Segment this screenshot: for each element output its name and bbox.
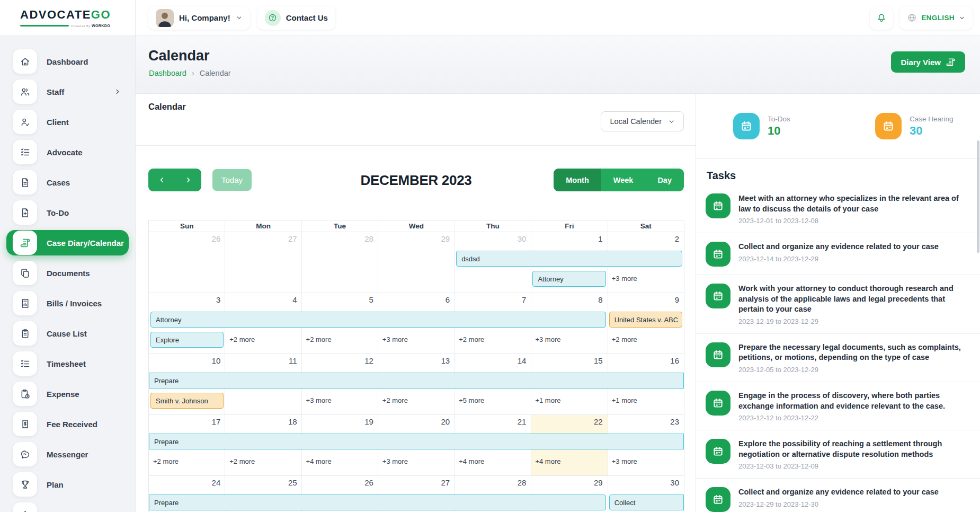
day-number: 27 bbox=[225, 234, 301, 243]
calendar-event[interactable]: Smith v. Johnson bbox=[150, 393, 224, 409]
sidebar-item-to-do[interactable]: To-Do bbox=[6, 200, 129, 225]
task-date-range: 2023-12-19 to 2023-12-29 bbox=[738, 317, 966, 325]
more-events-link[interactable]: +4 more bbox=[531, 454, 560, 470]
day-number: 8 bbox=[531, 295, 607, 304]
task-date-range: 2023-12-03 to 2023-12-09 bbox=[738, 462, 966, 470]
calendar-event[interactable]: Prepare bbox=[149, 373, 684, 389]
calendar-event[interactable]: dsdsd bbox=[456, 251, 682, 267]
more-events-link[interactable]: +3 more bbox=[302, 393, 332, 409]
sidebar-item-label: Dashboard bbox=[47, 57, 88, 66]
receipt-icon bbox=[13, 412, 37, 436]
more-events-link[interactable]: +2 more bbox=[378, 393, 408, 409]
task-item[interactable]: Engage in the process of discovery, wher… bbox=[696, 382, 980, 430]
view-month-button[interactable]: Month bbox=[554, 169, 601, 191]
right-panel: To-Dos 10 Case Hearing 30 Tasks Meet w bbox=[696, 94, 980, 512]
task-item[interactable]: Work with your attorney to conduct thoro… bbox=[696, 275, 980, 333]
sidebar-item-timesheet[interactable]: Timesheet bbox=[6, 351, 129, 376]
more-events-link[interactable]: +5 more bbox=[455, 393, 484, 409]
day-number: 30 bbox=[608, 478, 684, 487]
more-events-link[interactable]: +3 more bbox=[378, 332, 408, 348]
task-item[interactable]: Explore the possibility of reaching a se… bbox=[696, 430, 980, 478]
diary-view-button[interactable]: Diary View bbox=[891, 51, 965, 73]
sidebar-item-expense[interactable]: Expense bbox=[6, 381, 129, 407]
calendar-event[interactable]: Prepare bbox=[149, 434, 684, 449]
weekday-label: Sat bbox=[608, 220, 684, 232]
copy-icon bbox=[13, 261, 37, 285]
sidebar-item-documents[interactable]: Documents bbox=[6, 260, 129, 286]
calendar-icon bbox=[875, 113, 902, 139]
more-events-link[interactable]: +3 more bbox=[608, 454, 637, 470]
more-events-link[interactable]: +1 more bbox=[531, 393, 560, 409]
day-number: 3 bbox=[149, 295, 225, 304]
more-events-link[interactable]: +2 more bbox=[149, 454, 179, 470]
day-number: 15 bbox=[531, 356, 607, 365]
todos-summary[interactable]: To-Dos 10 bbox=[696, 94, 838, 158]
more-events-link[interactable]: +3 more bbox=[531, 332, 560, 348]
more-events-link[interactable]: +2 more bbox=[302, 332, 332, 348]
task-item[interactable]: Prepare the necessary legal documents, s… bbox=[696, 333, 980, 382]
brand-logo[interactable]: ADVOCATEGO Powered By WORKDO bbox=[0, 0, 136, 36]
calendar-source-select[interactable]: Local Calender bbox=[601, 111, 684, 131]
sidebar-item-label: To-Do bbox=[47, 208, 69, 217]
more-events-link[interactable]: +2 more bbox=[225, 454, 255, 470]
more-events-link[interactable]: +3 more bbox=[378, 454, 408, 470]
calendar-event[interactable]: Attorney bbox=[150, 312, 606, 328]
task-title: Prepare the necessary legal documents, s… bbox=[738, 342, 966, 363]
scrollbar-thumb[interactable] bbox=[977, 140, 979, 253]
sidebar-item-label: Bills / Invoices bbox=[47, 299, 102, 308]
sidebar-item-cause-list[interactable]: Cause List bbox=[6, 321, 129, 346]
sidebar-item-client[interactable]: Client bbox=[6, 109, 129, 135]
language-selector[interactable]: ENGLISH bbox=[899, 6, 973, 30]
case-hearing-summary[interactable]: Case Hearing 30 bbox=[838, 94, 980, 158]
sidebar-item-dashboard[interactable]: Dashboard bbox=[6, 49, 129, 74]
task-title: Engage in the process of discovery, wher… bbox=[738, 391, 966, 411]
sidebar-item-fee-received[interactable]: Fee Received bbox=[6, 411, 129, 437]
more-events-link[interactable]: +3 more bbox=[608, 271, 637, 287]
sidebar-item-staff[interactable]: Staff bbox=[6, 79, 129, 104]
sidebar-item-bills-invoices[interactable]: Bills / Invoices bbox=[6, 290, 129, 316]
more-events-link[interactable]: +4 more bbox=[302, 454, 332, 470]
task-item[interactable]: Collect and organize any evidence relate… bbox=[696, 478, 980, 512]
task-date-range: 2023-12-29 to 2023-12-30 bbox=[738, 500, 939, 508]
task-item[interactable]: Collect and organize any evidence relate… bbox=[696, 233, 980, 275]
sidebar-item-label: Plan bbox=[47, 480, 64, 489]
view-week-button[interactable]: Week bbox=[601, 169, 646, 191]
calendar-event[interactable]: United States v. ABC bbox=[609, 312, 682, 328]
task-item[interactable]: Meet with an attorney who specializes in… bbox=[696, 185, 980, 233]
sidebar-item-functional-setup[interactable]: Functional Setup bbox=[6, 502, 129, 512]
day-number: 29 bbox=[531, 478, 607, 487]
more-events-link[interactable]: +2 more bbox=[608, 332, 637, 348]
task-title: Meet with an attorney who specializes in… bbox=[738, 193, 966, 214]
sidebar-item-advocate[interactable]: Advocate bbox=[6, 139, 129, 165]
breadcrumb: Dashboard›Calendar bbox=[149, 69, 231, 77]
day-number: 18 bbox=[225, 417, 301, 426]
dots-circle-icon bbox=[13, 502, 37, 512]
sidebar-item-messenger[interactable]: Messenger bbox=[6, 442, 129, 467]
more-events-link[interactable]: +2 more bbox=[455, 332, 484, 348]
brand-accent: GO bbox=[91, 8, 111, 21]
scroll-icon bbox=[946, 57, 956, 67]
brand-name: ADVOCATEGO bbox=[20, 8, 135, 22]
calendar-event[interactable]: Collect bbox=[609, 495, 684, 510]
calendar-event[interactable]: Explore bbox=[150, 332, 224, 348]
more-events-link[interactable]: +1 more bbox=[608, 393, 637, 409]
breadcrumb-item[interactable]: Dashboard bbox=[149, 69, 186, 77]
calendar-event[interactable]: Attorney bbox=[532, 271, 605, 287]
more-events-link[interactable]: +4 more bbox=[455, 454, 484, 470]
scroll-icon bbox=[13, 231, 37, 255]
main-content: Calendar Local Calender Today DECEMBER 2… bbox=[136, 94, 980, 512]
calendar-event[interactable]: Prepare bbox=[149, 495, 606, 510]
sidebar-item-label: Fee Received bbox=[47, 420, 97, 429]
more-events-link[interactable]: +2 more bbox=[225, 332, 255, 348]
sidebar-item-plan[interactable]: Plan bbox=[6, 472, 129, 497]
summary-row: To-Dos 10 Case Hearing 30 bbox=[696, 94, 980, 159]
notifications-button[interactable] bbox=[870, 6, 893, 30]
user-menu[interactable]: Hi, Company! bbox=[148, 6, 250, 30]
contact-us-button[interactable]: Contact Us bbox=[257, 6, 335, 30]
view-day-button[interactable]: Day bbox=[645, 169, 684, 191]
document-plus-icon bbox=[13, 200, 37, 225]
sidebar-item-case-diary-calendar[interactable]: Case Diary/Calendar bbox=[6, 230, 129, 255]
sidebar-item-cases[interactable]: Cases bbox=[6, 170, 129, 195]
view-toggle: MonthWeekDay bbox=[554, 169, 684, 191]
task-title: Collect and organize any evidence relate… bbox=[738, 242, 939, 252]
